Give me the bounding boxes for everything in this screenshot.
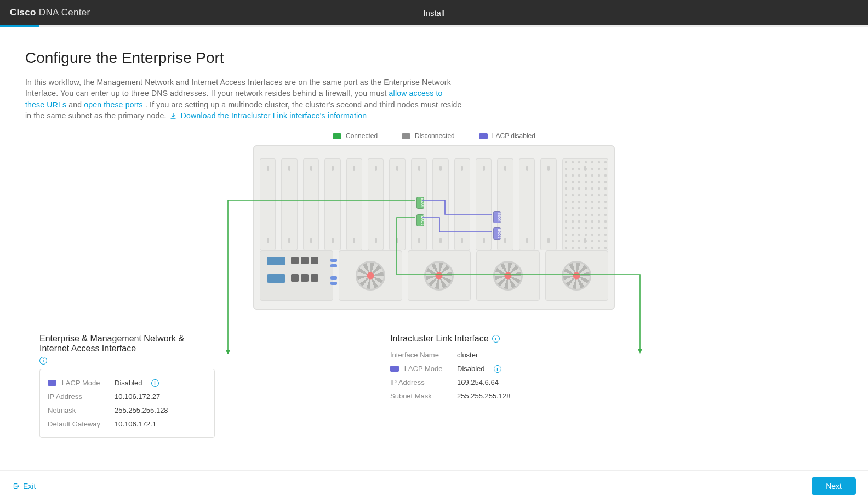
port-badge-intracluster-2: 10GB [493,227,501,240]
pcie-slot-row [260,158,608,251]
vga-port-icon [267,257,285,265]
exit-icon [12,482,20,490]
label-default-gateway: Default Gateway [48,420,109,428]
psu-bay [545,251,608,301]
pcie-slot [303,158,319,251]
pcie-slot [519,158,535,251]
value-ip-address: 169.254.6.64 [457,378,499,386]
rj45-port-icon [311,274,318,282]
info-icon[interactable]: i [151,379,159,387]
fan-icon [493,261,523,291]
value-lacp-mode: Disabled [115,379,142,387]
intro-paragraph: In this workflow, the Management Network… [25,77,464,122]
pcie-slot [540,158,556,251]
link-open-ports[interactable]: open these ports [84,100,143,109]
lacp-chip-icon [48,380,56,386]
pcie-slot [281,158,297,251]
value-subnet-mask: 255.255.255.128 [457,392,511,400]
intracluster-card-block: Intracluster Link Interface i Interface … [390,334,566,403]
row-default-gateway: Default Gateway 10.106.172.1 [48,417,207,431]
pcie-slot [346,158,362,251]
label-ip-address: IP Address [48,392,109,401]
link-download-intracluster-info[interactable]: Download the Intracluster Link interface… [181,111,367,120]
enterprise-card: LACP Mode Disabled i IP Address 10.106.1… [39,369,215,438]
enterprise-card-title: Enterprise & Management Network & Intern… [39,334,215,365]
intracluster-card-title: Intracluster Link Interface i [390,334,566,344]
pcie-slot [389,158,405,251]
brand-bold: Cisco [10,7,36,18]
row-subnet-mask: Subnet Mask 255.255.255.128 [390,389,566,403]
row-ip-address: IP Address 10.106.172.27 [48,390,207,403]
fan-icon [424,261,454,291]
exit-button[interactable]: Exit [12,482,36,491]
fan-icon [562,261,591,291]
fan-icon [356,261,385,291]
rj45-row [291,274,318,282]
value-ip-address: 10.106.172.27 [115,392,160,401]
pcie-slot [368,158,384,251]
legend-lacp-disabled-label: LACP disabled [492,132,535,140]
pcie-slot [260,158,276,251]
port-badge-enterprise-2: 10GB [416,214,424,226]
pcie-slot [432,158,448,251]
swatch-connected-icon [333,133,341,139]
intro-text-1: In this workflow, the Management Network… [25,78,451,98]
label-subnet-mask: Subnet Mask [390,392,452,400]
row-netmask: Netmask 255.255.255.128 [48,403,207,417]
row-ip-address: IP Address 169.254.6.64 [390,375,566,389]
appliance-stage: 10GB 10GB 10GB 10GB [209,145,659,310]
next-button[interactable]: Next [812,477,856,495]
pcie-slot [476,158,492,251]
psu-bay [408,251,471,301]
port-badge-intracluster-1: 10GB [493,211,501,223]
appliance-chassis: 10GB 10GB 10GB 10GB [253,145,615,310]
legend-lacp-disabled: LACP disabled [479,132,535,140]
status-legend: Connected Disconnected LACP disabled [220,132,648,140]
swatch-lacp-disabled-icon [479,133,488,139]
page-title: Configure the Enterprise Port [25,49,843,67]
legend-connected: Connected [333,132,378,140]
intracluster-card: Interface Name cluster LACP Mode Disable… [390,348,566,403]
rj45-port-icon [291,257,299,264]
info-icon[interactable]: i [494,365,501,373]
lacp-chip-icon [390,366,399,372]
legend-disconnected-label: Disconnected [415,132,455,140]
intro-text-and: and [68,100,84,109]
main-content: Configure the Enterprise Port In this wo… [0,27,868,470]
app-header: Cisco DNA Center Install [0,0,868,25]
rj45-port-icon [301,274,309,282]
label-lacp-mode: LACP Mode [48,379,109,387]
rj45-port-icon [291,274,299,282]
rj45-port-icon [311,257,318,264]
row-lacp-mode: LACP Mode Disabled i [48,376,207,390]
wizard-footer: Exit Next [0,470,868,501]
interface-cards: Enterprise & Management Network & Intern… [25,334,843,438]
brand: Cisco DNA Center [10,7,90,18]
enterprise-card-title-text: Enterprise & Management Network & Intern… [39,334,215,354]
pcie-slot [324,158,340,251]
label-interface-name: Interface Name [390,351,452,359]
info-icon[interactable]: i [492,335,500,343]
label-netmask: Netmask [48,406,109,414]
io-block [260,251,333,301]
chassis-bottom-bar [260,251,608,301]
label-lacp-mode: LACP Mode [390,365,452,373]
row-interface-name: Interface Name cluster [390,348,566,362]
legend-connected-label: Connected [346,132,378,140]
port-badge-enterprise-1: 10GB [416,197,424,209]
rj45-port-icon [301,257,309,264]
enterprise-card-block: Enterprise & Management Network & Intern… [39,334,215,438]
pcie-slot [454,158,470,251]
value-lacp-mode: Disabled [457,365,485,373]
psu-bay [476,251,539,301]
download-icon [170,111,176,122]
intracluster-card-title-text: Intracluster Link Interface [390,334,489,344]
psu-bay [339,251,402,301]
value-netmask: 255.255.255.128 [115,406,168,414]
brand-thin: DNA Center [39,7,90,18]
info-icon[interactable]: i [39,357,47,365]
rj45-row [291,257,318,264]
label-ip-address: IP Address [390,378,452,386]
header-center-title: Install [423,8,444,18]
legend-disconnected: Disconnected [402,132,455,140]
